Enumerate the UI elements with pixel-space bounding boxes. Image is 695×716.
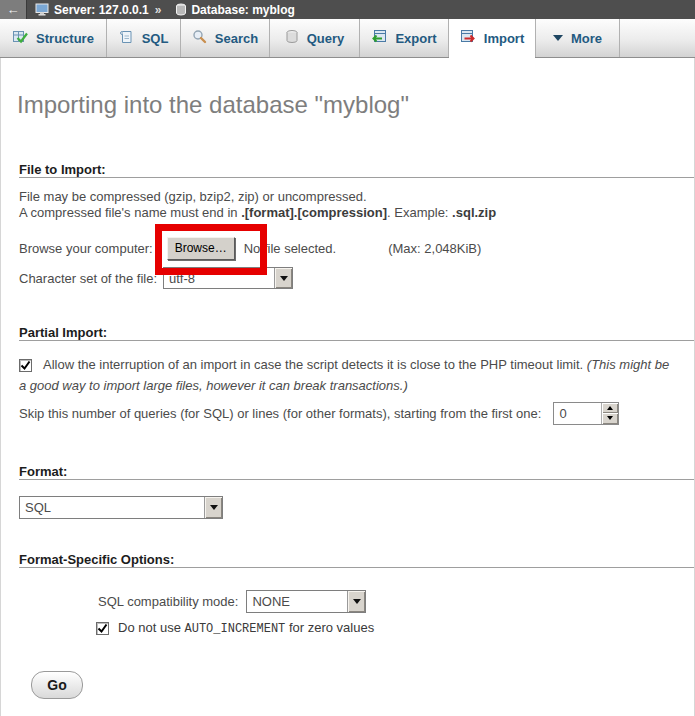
breadcrumb-database-link[interactable]: Database: myblog xyxy=(191,3,294,17)
breadcrumb-separator: » xyxy=(155,3,162,17)
charset-select[interactable]: utf-8 xyxy=(163,267,293,289)
tabbar-filler xyxy=(620,19,695,57)
allow-interrupt-label: Allow the interruption of an import in c… xyxy=(43,357,587,372)
browse-row: Browse your computer: Browse… No file se… xyxy=(19,233,481,263)
sql-compatibility-select[interactable]: NONE xyxy=(246,590,366,613)
skip-queries-value[interactable]: 0 xyxy=(554,403,601,424)
chevron-down-icon[interactable] xyxy=(204,497,222,518)
skip-queries-label: Skip this number of queries (for SQL) or… xyxy=(19,406,541,421)
go-button[interactable]: Go xyxy=(31,671,83,699)
chevron-down-icon[interactable] xyxy=(347,591,365,612)
query-database-icon xyxy=(285,29,299,47)
max-upload-size: (Max: 2,048KiB) xyxy=(388,241,481,256)
spinner-up-button[interactable] xyxy=(602,403,618,414)
breadcrumb-server-link[interactable]: Server: 127.0.0.1 xyxy=(54,3,149,17)
tab-import[interactable]: Import xyxy=(449,19,536,57)
zero-values-checkbox[interactable] xyxy=(96,622,109,635)
tab-label: Query xyxy=(307,31,345,46)
server-icon xyxy=(35,3,50,16)
charset-label: Character set of the file: xyxy=(19,271,157,286)
sql-icon xyxy=(119,29,134,48)
tab-sql[interactable]: SQL xyxy=(107,19,181,57)
allow-interrupt-note: (This might be xyxy=(587,357,669,372)
structure-icon xyxy=(12,29,28,48)
chevron-down-icon xyxy=(553,35,563,41)
back-arrow-button[interactable]: ← xyxy=(0,0,27,19)
tab-structure[interactable]: Structure xyxy=(0,19,107,57)
no-file-selected-text: No file selected. xyxy=(244,241,337,256)
search-icon xyxy=(192,29,207,47)
charset-row: Character set of the file: utf-8 xyxy=(19,266,293,290)
tab-search[interactable]: Search xyxy=(181,19,270,57)
sql-compatibility-row: SQL compatibility mode: NONE xyxy=(1,588,366,614)
tab-label: Structure xyxy=(36,31,94,46)
tab-label: SQL xyxy=(142,31,169,46)
tab-label: Search xyxy=(215,31,258,46)
back-arrow-icon: ← xyxy=(7,2,20,17)
page-title: Importing into the database "myblog" xyxy=(17,91,409,119)
tab-label: More xyxy=(571,31,602,46)
allow-interrupt-checkbox[interactable] xyxy=(19,359,32,372)
browse-label: Browse your computer: xyxy=(19,241,153,256)
zero-values-row: Do not use AUTO_INCREMENT for zero value… xyxy=(96,620,374,636)
tab-export[interactable]: Export xyxy=(360,19,449,57)
zero-values-label: Do not use AUTO_INCREMENT for zero value… xyxy=(118,620,374,636)
sql-compatibility-label: SQL compatibility mode: xyxy=(98,594,238,609)
import-icon xyxy=(460,29,476,48)
tab-label: Export xyxy=(395,31,436,46)
skip-queries-input[interactable]: 0 xyxy=(553,402,619,425)
allow-interrupt-row: Allow the interruption of an import in c… xyxy=(19,354,683,396)
tab-query[interactable]: Query xyxy=(270,19,360,57)
format-select[interactable]: SQL xyxy=(19,496,223,519)
tab-bar: Structure SQL Search Query Export Import… xyxy=(0,19,695,58)
allow-interrupt-note-line2: a good way to import large files, howeve… xyxy=(19,378,408,393)
export-icon xyxy=(371,29,387,48)
section-heading-format: Format: xyxy=(19,465,694,480)
compression-info-line: File may be compressed (gzip, bzip2, zip… xyxy=(19,189,367,204)
filename-rule-line: A compressed file's name must end in .[f… xyxy=(19,205,496,220)
tab-more[interactable]: More xyxy=(536,19,620,57)
skip-queries-row: Skip this number of queries (for SQL) or… xyxy=(19,400,619,426)
tab-label: Import xyxy=(484,31,524,46)
browse-button[interactable]: Browse… xyxy=(167,237,235,260)
chevron-down-icon[interactable] xyxy=(274,268,292,288)
database-icon xyxy=(175,3,187,16)
section-heading-partial-import: Partial Import: xyxy=(19,326,694,341)
breadcrumb-bar: ← Server: 127.0.0.1 » Database: myblog xyxy=(0,0,695,19)
section-heading-file-to-import: File to Import: xyxy=(19,163,694,178)
section-heading-format-specific-options: Format-Specific Options: xyxy=(19,553,694,568)
spinner-down-button[interactable] xyxy=(602,413,618,424)
import-page: Importing into the database "myblog" Fil… xyxy=(0,58,695,716)
